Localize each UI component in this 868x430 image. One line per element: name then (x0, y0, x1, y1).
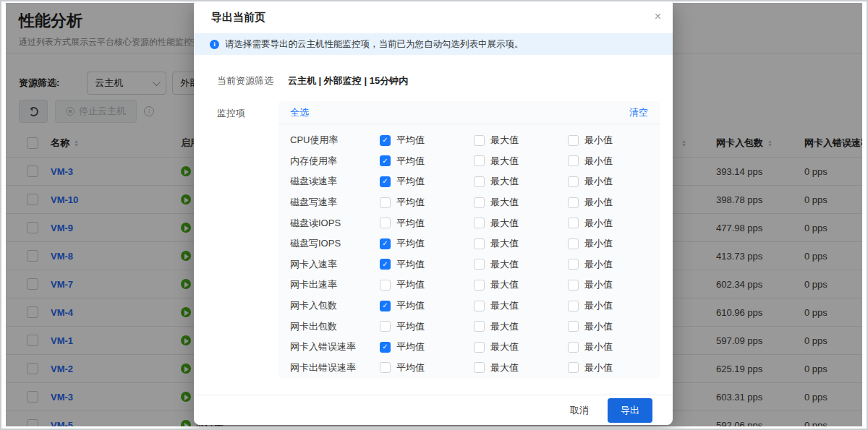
select-all-link[interactable]: 全选 (290, 106, 309, 119)
min-label: 最小值 (584, 134, 613, 147)
info-icon: i (210, 40, 219, 49)
checkbox-icon (568, 155, 579, 166)
max-label: 最大值 (490, 278, 519, 291)
min-checkbox[interactable]: 最小值 (568, 175, 662, 188)
clear-all-link[interactable]: 清空 (629, 106, 648, 119)
max-checkbox[interactable]: 最大值 (474, 217, 568, 230)
metric-name: CPU使用率 (290, 134, 380, 147)
checkbox-icon (568, 342, 579, 353)
max-label: 最大值 (490, 175, 519, 188)
avg-label: 平均值 (396, 340, 425, 353)
checkbox-icon (568, 280, 579, 291)
metric-row: 网卡出错误速率 平均值 最大值 最小值 (278, 358, 660, 379)
close-icon[interactable]: × (655, 9, 661, 24)
min-checkbox[interactable]: 最小值 (568, 237, 662, 250)
min-checkbox[interactable]: 最小值 (568, 320, 662, 333)
metric-name: 磁盘读速率 (290, 175, 380, 188)
max-label: 最大值 (490, 361, 519, 374)
max-checkbox[interactable]: 最大值 (474, 258, 568, 271)
min-checkbox[interactable]: 最小值 (568, 299, 662, 312)
min-checkbox[interactable]: 最小值 (568, 278, 662, 291)
avg-checkbox[interactable]: 平均值 (380, 278, 474, 291)
metric-row: CPU使用率 平均值 最大值 最小值 (278, 130, 660, 151)
cancel-button[interactable]: 取消 (570, 404, 589, 417)
min-label: 最小值 (584, 217, 613, 230)
min-label: 最小值 (584, 196, 613, 209)
min-checkbox[interactable]: 最小值 (568, 155, 662, 168)
min-label: 最小值 (584, 175, 613, 188)
checkbox-icon (568, 197, 579, 208)
max-label: 最大值 (490, 237, 519, 250)
modal-header: 导出当前页 × (194, 1, 673, 33)
checkbox-icon (380, 342, 391, 353)
checkbox-icon (474, 362, 485, 373)
max-checkbox[interactable]: 最大值 (474, 340, 568, 353)
max-checkbox[interactable]: 最大值 (474, 175, 568, 188)
avg-checkbox[interactable]: 平均值 (380, 320, 474, 333)
checkbox-icon (380, 238, 391, 249)
max-label: 最大值 (490, 258, 519, 271)
max-checkbox[interactable]: 最大值 (474, 237, 568, 250)
avg-checkbox[interactable]: 平均值 (380, 217, 474, 230)
min-label: 最小值 (584, 237, 613, 250)
max-label: 最大值 (490, 217, 519, 230)
checkbox-icon (568, 321, 579, 332)
metric-name: 网卡出速率 (290, 278, 380, 291)
metric-row: 磁盘写速率 平均值 最大值 最小值 (278, 192, 660, 213)
metric-row: 网卡出包数 平均值 最大值 最小值 (278, 316, 660, 337)
min-label: 最小值 (584, 155, 613, 168)
checkbox-icon (380, 301, 391, 311)
metric-row: 磁盘写IOPS 平均值 最大值 最小值 (278, 233, 660, 254)
metric-row: 内存使用率 平均值 最大值 最小值 (278, 151, 660, 172)
avg-checkbox[interactable]: 平均值 (380, 299, 474, 312)
avg-checkbox[interactable]: 平均值 (380, 340, 474, 353)
max-checkbox[interactable]: 最大值 (474, 299, 568, 312)
metric-name: 网卡入错误速率 (290, 340, 380, 353)
avg-checkbox[interactable]: 平均值 (380, 237, 474, 250)
metric-row: 磁盘读IOPS 平均值 最大值 最小值 (278, 212, 660, 233)
checkbox-icon (568, 238, 579, 249)
metric-row: 磁盘读速率 平均值 最大值 最小值 (278, 171, 660, 192)
min-checkbox[interactable]: 最小值 (568, 134, 662, 147)
checkbox-icon (474, 197, 485, 208)
checkbox-icon (474, 135, 485, 146)
metrics-label: 监控项 (217, 107, 245, 120)
metric-name: 内存使用率 (290, 155, 380, 168)
avg-checkbox[interactable]: 平均值 (380, 258, 474, 271)
max-checkbox[interactable]: 最大值 (474, 134, 568, 147)
checkbox-icon (380, 197, 391, 208)
checkbox-icon (380, 135, 391, 146)
metric-row: 网卡入错误速率 平均值 最大值 最小值 (278, 337, 660, 358)
export-button[interactable]: 导出 (608, 398, 652, 423)
max-checkbox[interactable]: 最大值 (474, 196, 568, 209)
min-label: 最小值 (584, 278, 613, 291)
avg-label: 平均值 (396, 299, 425, 312)
max-checkbox[interactable]: 最大值 (474, 155, 568, 168)
current-filter-label: 当前资源筛选 (217, 75, 273, 86)
max-checkbox[interactable]: 最大值 (474, 361, 568, 374)
max-checkbox[interactable]: 最大值 (474, 320, 568, 333)
min-label: 最小值 (584, 258, 613, 271)
max-label: 最大值 (490, 340, 519, 353)
metric-name: 磁盘读IOPS (290, 217, 380, 230)
metric-name: 网卡入包数 (290, 299, 380, 312)
avg-checkbox[interactable]: 平均值 (380, 155, 474, 168)
checkbox-icon (474, 259, 485, 270)
min-checkbox[interactable]: 最小值 (568, 217, 662, 230)
min-checkbox[interactable]: 最小值 (568, 258, 662, 271)
avg-checkbox[interactable]: 平均值 (380, 196, 474, 209)
avg-checkbox[interactable]: 平均值 (380, 175, 474, 188)
avg-label: 平均值 (396, 217, 425, 230)
min-checkbox[interactable]: 最小值 (568, 361, 662, 374)
checkbox-icon (474, 176, 485, 187)
avg-label: 平均值 (396, 134, 425, 147)
checkbox-icon (474, 280, 485, 291)
avg-checkbox[interactable]: 平均值 (380, 361, 474, 374)
info-banner-text: 请选择需要导出的云主机性能监控项，当前已为您自动勾选列表中展示项。 (225, 38, 524, 51)
min-checkbox[interactable]: 最小值 (568, 196, 662, 209)
min-checkbox[interactable]: 最小值 (568, 340, 662, 353)
checkbox-icon (568, 218, 579, 228)
max-checkbox[interactable]: 最大值 (474, 278, 568, 291)
avg-checkbox[interactable]: 平均值 (380, 134, 474, 147)
avg-label: 平均值 (396, 175, 425, 188)
